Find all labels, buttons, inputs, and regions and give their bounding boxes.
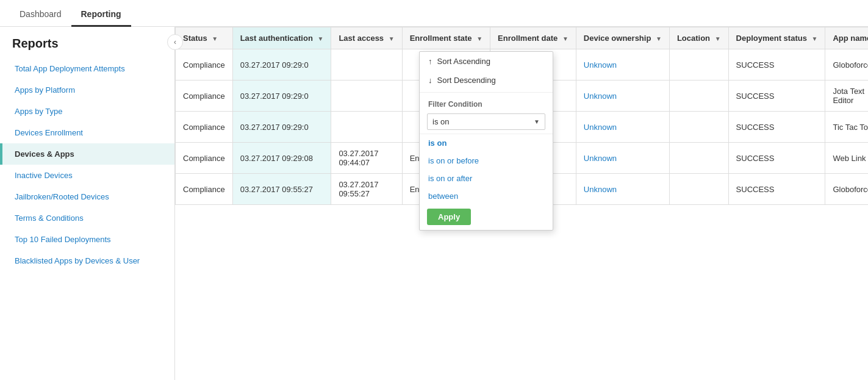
table-cell: Tic Tac Toe Fre xyxy=(825,112,868,143)
table-cell xyxy=(669,49,728,81)
col-header-status[interactable]: Status ▼ xyxy=(176,27,233,49)
table-cell: SUCCESS xyxy=(728,143,825,174)
table-cell: Compliance xyxy=(176,143,233,174)
tab-reporting[interactable]: Reporting xyxy=(71,3,131,27)
table-cell: 03.27.2017 09:29:0 xyxy=(232,112,331,143)
sort-icon-device-ownership: ▼ xyxy=(656,35,662,42)
col-header-enrollment-date[interactable]: Enrollment date ▼ xyxy=(490,27,576,49)
filter-selected-value: is on xyxy=(432,117,449,126)
col-label-device-ownership: Device ownership xyxy=(584,34,651,43)
sidebar-item-devices-apps[interactable]: Devices & Apps xyxy=(0,143,174,165)
table-cell: Compliance xyxy=(176,112,233,143)
table-cell: Unknown xyxy=(576,143,669,174)
table-cell: Globoforce_SA xyxy=(825,174,868,205)
table-cell: SUCCESS xyxy=(728,112,825,143)
main-layout: ‹ Reports Total App Deployment Attempts … xyxy=(0,27,868,380)
col-header-last-access[interactable]: Last access ▼ xyxy=(331,27,402,49)
apply-btn-row: Apply xyxy=(420,205,553,230)
filter-select-row: is on ▼ xyxy=(420,111,553,134)
table-cell: Unknown xyxy=(576,49,669,81)
sidebar: ‹ Reports Total App Deployment Attempts … xyxy=(0,27,175,380)
col-label-deployment-status: Deployment status xyxy=(736,34,807,43)
col-label-status: Status xyxy=(183,34,207,43)
filter-option-is-on-or-before[interactable]: is on or before xyxy=(420,152,553,170)
col-header-app-name[interactable]: App name xyxy=(825,27,868,49)
table-cell: 03.27.2017 09:55:27 xyxy=(331,174,402,205)
filter-options-list: is on is on or before is on or after bet… xyxy=(420,134,553,205)
sort-icon-enrollment-state: ▼ xyxy=(476,35,482,42)
col-label-location: Location xyxy=(677,34,710,43)
sort-icon-enrollment-date: ▼ xyxy=(562,35,569,42)
sort-descending-label: Sort Descending xyxy=(437,76,496,85)
col-label-last-access: Last access xyxy=(339,34,384,43)
sort-icon-deployment-status: ▼ xyxy=(812,35,818,42)
table-cell: 03.27.2017 09:55:27 xyxy=(232,174,331,205)
column-filter-dropdown: ↑ Sort Ascending ↓ Sort Descending Filte… xyxy=(419,51,553,231)
sidebar-item-blacklisted[interactable]: Blacklisted Apps by Devices & User xyxy=(0,250,174,271)
sidebar-item-apps-type[interactable]: Apps by Type xyxy=(0,101,174,122)
col-header-enrollment-state[interactable]: Enrollment state ▼ xyxy=(402,27,490,49)
sort-ascending-label: Sort Ascending xyxy=(437,57,490,66)
table-cell: SUCCESS xyxy=(728,49,825,81)
table-cell: Compliance xyxy=(176,81,233,112)
table-cell xyxy=(669,112,728,143)
tab-dashboard[interactable]: Dashboard xyxy=(10,3,71,27)
table-cell: SUCCESS xyxy=(728,81,825,112)
filter-option-between[interactable]: between xyxy=(420,187,553,205)
sort-ascending-item[interactable]: ↑ Sort Ascending xyxy=(420,52,553,71)
table-cell: Compliance xyxy=(176,49,233,81)
col-label-app-name: App name xyxy=(833,34,868,43)
table-cell: 03.27.2017 09:44:07 xyxy=(331,143,402,174)
col-label-enrollment-date: Enrollment date xyxy=(498,34,558,43)
table-cell: Globoforce_SA xyxy=(825,49,868,81)
col-header-location[interactable]: Location ▼ xyxy=(669,27,728,49)
sort-asc-icon: ↑ xyxy=(428,57,432,66)
sidebar-item-top10[interactable]: Top 10 Failed Deployments xyxy=(0,229,174,250)
dropdown-divider xyxy=(420,92,553,93)
filter-condition-label: Filter Condition xyxy=(420,95,553,111)
table-cell: Unknown xyxy=(576,174,669,205)
content-area: Status ▼ Last authentication ▼ Last acce… xyxy=(175,27,868,380)
sidebar-item-jailbroken[interactable]: Jailbroken/Rooted Devices xyxy=(0,186,174,207)
sort-icon-last-access: ▼ xyxy=(389,35,395,42)
table-cell: Unknown xyxy=(576,81,669,112)
top-navigation: Dashboard Reporting xyxy=(0,0,868,27)
sidebar-item-total-app[interactable]: Total App Deployment Attempts xyxy=(0,58,174,79)
sidebar-item-apps-platform[interactable]: Apps by Platform xyxy=(0,79,174,101)
table-cell xyxy=(331,81,402,112)
sidebar-collapse-button[interactable]: ‹ xyxy=(167,34,183,50)
sidebar-item-terms[interactable]: Terms & Conditions xyxy=(0,207,174,229)
table-cell: SUCCESS xyxy=(728,174,825,205)
table-cell xyxy=(331,49,402,81)
sort-descending-item[interactable]: ↓ Sort Descending xyxy=(420,71,553,90)
chevron-left-icon: ‹ xyxy=(174,38,176,46)
col-label-enrollment-state: Enrollment state xyxy=(410,34,472,43)
sort-icon-status: ▼ xyxy=(212,35,218,42)
table-cell xyxy=(669,143,728,174)
filter-condition-select[interactable]: is on ▼ xyxy=(427,113,545,130)
table-cell xyxy=(669,81,728,112)
table-cell: Compliance xyxy=(176,174,233,205)
table-cell: Web Link xyxy=(825,143,868,174)
table-cell: 03.27.2017 09:29:0 xyxy=(232,49,331,81)
table-cell xyxy=(669,174,728,205)
filter-select-chevron-icon: ▼ xyxy=(534,118,540,125)
apply-filter-button[interactable]: Apply xyxy=(427,209,471,225)
col-header-device-ownership[interactable]: Device ownership ▼ xyxy=(576,27,669,49)
table-cell: Jota Text Editor xyxy=(825,81,868,112)
table-cell: 03.27.2017 09:29:0 xyxy=(232,81,331,112)
table-cell: 03.27.2017 09:29:08 xyxy=(232,143,331,174)
sidebar-item-inactive-devices[interactable]: Inactive Devices xyxy=(0,165,174,186)
col-header-last-auth[interactable]: Last authentication ▼ xyxy=(232,27,331,49)
table-cell: Unknown xyxy=(576,112,669,143)
filter-option-is-on-or-after[interactable]: is on or after xyxy=(420,170,553,187)
sidebar-item-devices-enrollment[interactable]: Devices Enrollment xyxy=(0,122,174,143)
sort-icon-last-auth: ▼ xyxy=(317,35,323,42)
sidebar-title: Reports xyxy=(0,27,174,58)
col-label-last-auth: Last authentication xyxy=(240,34,313,43)
sort-icon-location: ▼ xyxy=(715,35,721,42)
sort-desc-icon: ↓ xyxy=(428,76,432,85)
filter-option-is-on[interactable]: is on xyxy=(420,134,553,152)
col-header-deployment-status[interactable]: Deployment status ▼ xyxy=(728,27,825,49)
table-cell xyxy=(331,112,402,143)
